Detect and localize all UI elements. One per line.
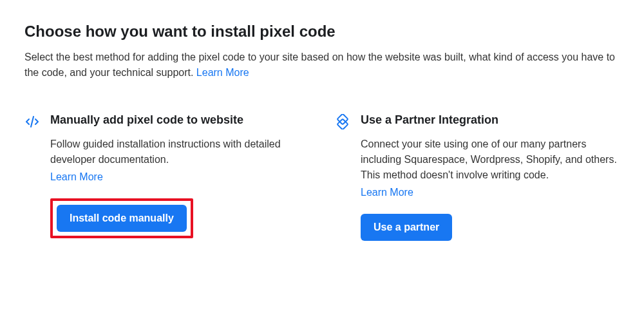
learn-more-link[interactable]: Learn More <box>196 67 249 78</box>
option-manual-title: Manually add pixel code to website <box>50 113 309 128</box>
option-partner: Use a Partner Integration Connect your s… <box>335 113 620 241</box>
option-manual: Manually add pixel code to website Follo… <box>24 113 309 241</box>
use-partner-button[interactable]: Use a partner <box>361 214 452 241</box>
page-description-text: Select the best method for adding the pi… <box>24 52 615 78</box>
option-manual-learn-more[interactable]: Learn More <box>50 171 103 183</box>
code-icon <box>24 114 40 129</box>
install-options: Manually add pixel code to website Follo… <box>24 113 620 241</box>
page-description: Select the best method for adding the pi… <box>24 50 620 80</box>
install-manually-button[interactable]: Install code manually <box>57 205 187 232</box>
svg-line-0 <box>31 117 33 127</box>
option-partner-content: Use a Partner Integration Connect your s… <box>361 113 620 241</box>
option-partner-title: Use a Partner Integration <box>361 113 620 128</box>
option-manual-content: Manually add pixel code to website Follo… <box>50 113 309 241</box>
partner-icon <box>335 114 350 129</box>
option-partner-description: Connect your site using one of our many … <box>361 137 620 183</box>
option-manual-description: Follow guided installation instructions … <box>50 137 309 167</box>
page-title: Choose how you want to install pixel cod… <box>24 23 620 41</box>
highlight-box: Install code manually <box>50 198 193 238</box>
option-partner-learn-more[interactable]: Learn More <box>361 187 413 198</box>
